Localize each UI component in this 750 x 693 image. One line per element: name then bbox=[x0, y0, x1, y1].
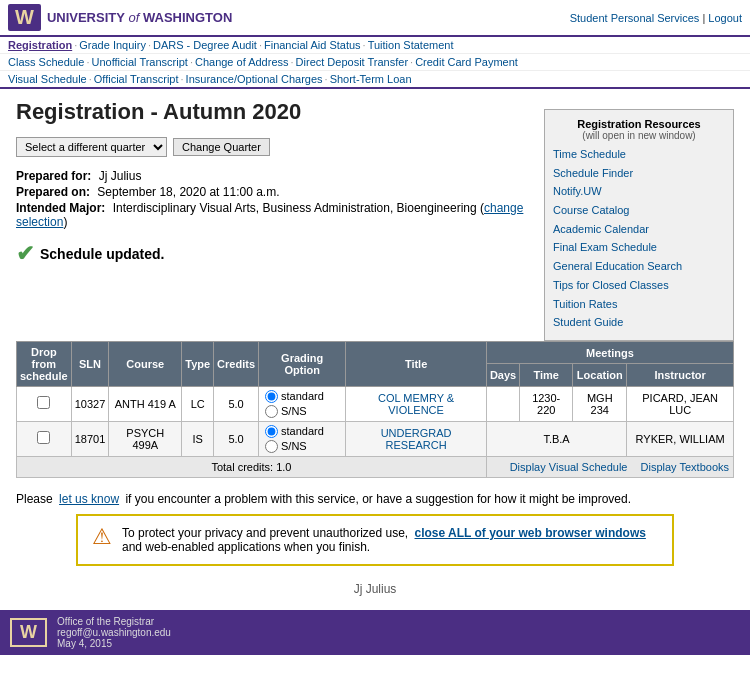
prepared-on-label: Prepared on: bbox=[16, 185, 90, 199]
resources-title: Registration Resources bbox=[553, 118, 725, 130]
grading-sns-1[interactable] bbox=[265, 405, 278, 418]
user-name-center: Jj Julius bbox=[16, 582, 734, 596]
let-us-know-link[interactable]: let us know bbox=[59, 492, 119, 506]
bottom-w-logo: W bbox=[10, 618, 47, 647]
logo-text: UNIVERSITY of WASHINGTON bbox=[47, 10, 232, 25]
course-1: ANTH 419 A bbox=[109, 386, 182, 421]
grading-standard-1[interactable] bbox=[265, 390, 278, 403]
prepared-on-value: September 18, 2020 at 11:00 a.m. bbox=[97, 185, 279, 199]
resource-link-tips[interactable]: Tips for Closed Classes bbox=[553, 276, 725, 295]
course-title-link-1[interactable]: COL MEMRY & VIOLENCE bbox=[378, 392, 454, 416]
footer-msg-before: Please bbox=[16, 492, 53, 506]
col-course: Course bbox=[109, 341, 182, 386]
tba-cell: T.B.A bbox=[486, 421, 626, 456]
warning-after: and web-enabled applications when you fi… bbox=[122, 540, 370, 554]
prepared-for-value: Jj Julius bbox=[99, 169, 142, 183]
grading-standard-2[interactable] bbox=[265, 425, 278, 438]
nav-class-schedule[interactable]: Class Schedule bbox=[8, 56, 84, 68]
time-1: 1230-220 bbox=[520, 386, 573, 421]
nav-row-3: Visual Schedule · Official Transcript · … bbox=[0, 71, 750, 89]
credits-2: 5.0 bbox=[214, 421, 259, 456]
location-1: MGH 234 bbox=[573, 386, 627, 421]
col-title: Title bbox=[346, 341, 487, 386]
nav-official-transcript[interactable]: Official Transcript bbox=[94, 73, 179, 85]
resource-link-final-exam[interactable]: Final Exam Schedule bbox=[553, 238, 725, 257]
office-info: Office of the Registrar regoff@u.washing… bbox=[57, 616, 171, 649]
student-services-link[interactable]: Student Personal Services bbox=[570, 12, 700, 24]
bottom-bar: W Office of the Registrar regoff@u.washi… bbox=[0, 610, 750, 655]
w-icon: W bbox=[8, 4, 41, 31]
office-date: May 4, 2015 bbox=[57, 638, 171, 649]
user-name-display: Jj Julius bbox=[354, 582, 397, 596]
main-content: Registration - Autumn 2020 Select a diff… bbox=[0, 89, 750, 610]
nav-change-address[interactable]: Change of Address bbox=[195, 56, 289, 68]
col-grading: Grading Option bbox=[259, 341, 346, 386]
quarter-dropdown[interactable]: Select a different quarter bbox=[16, 137, 167, 157]
nav-credit-card[interactable]: Credit Card Payment bbox=[415, 56, 518, 68]
uw-logo: W UNIVERSITY of WASHINGTON bbox=[8, 4, 232, 31]
resources-box: Registration Resources (will open in new… bbox=[544, 109, 734, 341]
resource-link-schedule-finder[interactable]: Schedule Finder bbox=[553, 164, 725, 183]
intended-major-label: Intended Major: bbox=[16, 201, 105, 215]
col-time: Time bbox=[520, 364, 573, 387]
warning-before: To protect your privacy and prevent unau… bbox=[122, 526, 408, 540]
nav-insurance[interactable]: Insurance/Optional Charges bbox=[186, 73, 323, 85]
course-2: PSYCH 499A bbox=[109, 421, 182, 456]
nav-grade-inquiry[interactable]: Grade Inquiry bbox=[79, 39, 146, 51]
col-type: Type bbox=[182, 341, 214, 386]
table-row: 18701 PSYCH 499A IS 5.0 standard S/NS UN… bbox=[17, 421, 734, 456]
drop-checkbox-2[interactable] bbox=[17, 421, 72, 456]
nav-tuition[interactable]: Tuition Statement bbox=[368, 39, 454, 51]
resource-link-course-catalog[interactable]: Course Catalog bbox=[553, 201, 725, 220]
col-meetings: Meetings bbox=[486, 341, 733, 364]
nav-short-term-loan[interactable]: Short-Term Loan bbox=[330, 73, 412, 85]
grading-2: standard S/NS bbox=[259, 421, 346, 456]
logout-link[interactable]: Logout bbox=[708, 12, 742, 24]
resource-link-academic-calendar[interactable]: Academic Calendar bbox=[553, 220, 725, 239]
grading-1: standard S/NS bbox=[259, 386, 346, 421]
resource-link-gen-ed[interactable]: General Education Search bbox=[553, 257, 725, 276]
office-email: regoff@u.washington.edu bbox=[57, 627, 171, 638]
days-1 bbox=[486, 386, 519, 421]
nav-row-2: Class Schedule · Unofficial Transcript ·… bbox=[0, 54, 750, 71]
schedule-updated: ✔ Schedule updated. bbox=[16, 241, 528, 267]
col-location: Location bbox=[573, 364, 627, 387]
nav-row-1: Registration · Grade Inquiry · DARS - De… bbox=[0, 37, 750, 54]
warning-box: ⚠ To protect your privacy and prevent un… bbox=[76, 514, 674, 566]
nav-visual-schedule[interactable]: Visual Schedule bbox=[8, 73, 87, 85]
instructor-1: PICARD, JEAN LUC bbox=[627, 386, 734, 421]
nav-dars[interactable]: DARS - Degree Audit bbox=[153, 39, 257, 51]
resources-subtitle: (will open in new window) bbox=[553, 130, 725, 141]
office-email-link[interactable]: regoff@u.washington.edu bbox=[57, 627, 171, 638]
prepared-info: Prepared for: Jj Julius Prepared on: Sep… bbox=[16, 169, 528, 229]
col-days: Days bbox=[486, 364, 519, 387]
type-1: LC bbox=[182, 386, 214, 421]
credits-1: 5.0 bbox=[214, 386, 259, 421]
col-instructor: Instructor bbox=[627, 364, 734, 387]
course-title-link-2[interactable]: UNDERGRAD RESEARCH bbox=[381, 427, 452, 451]
nav-financial-aid[interactable]: Financial Aid Status bbox=[264, 39, 361, 51]
page-title: Registration - Autumn 2020 bbox=[16, 99, 528, 125]
resource-link-notify-uw[interactable]: Notify.UW bbox=[553, 182, 725, 201]
grading-sns-2[interactable] bbox=[265, 440, 278, 453]
change-quarter-button[interactable]: Change Quarter bbox=[173, 138, 270, 156]
display-visual-schedule-link[interactable]: Display Visual Schedule bbox=[510, 461, 628, 473]
nav-unofficial-transcript[interactable]: Unofficial Transcript bbox=[92, 56, 188, 68]
warning-text: To protect your privacy and prevent unau… bbox=[122, 526, 658, 554]
col-drop: Dropfromschedule bbox=[17, 341, 72, 386]
table-row: 10327 ANTH 419 A LC 5.0 standard S/NS CO… bbox=[17, 386, 734, 421]
nav-direct-deposit[interactable]: Direct Deposit Transfer bbox=[296, 56, 408, 68]
resource-link-student-guide[interactable]: Student Guide bbox=[553, 313, 725, 332]
quarter-selector: Select a different quarter Change Quarte… bbox=[16, 137, 528, 157]
checkmark-icon: ✔ bbox=[16, 241, 34, 267]
title-2: UNDERGRAD RESEARCH bbox=[346, 421, 487, 456]
display-textbooks-link[interactable]: Display Textbooks bbox=[641, 461, 729, 473]
resource-link-time-schedule[interactable]: Time Schedule bbox=[553, 145, 725, 164]
drop-checkbox-1[interactable] bbox=[17, 386, 72, 421]
nav-registration[interactable]: Registration bbox=[8, 39, 72, 51]
footer-message: Please let us know if you encounter a pr… bbox=[16, 492, 734, 506]
schedule-table: Dropfromschedule SLN Course Type Credits… bbox=[16, 341, 734, 478]
close-windows-link[interactable]: close ALL of your web browser windows bbox=[415, 526, 646, 540]
col-sln: SLN bbox=[71, 341, 109, 386]
resource-link-tuition-rates[interactable]: Tuition Rates bbox=[553, 295, 725, 314]
